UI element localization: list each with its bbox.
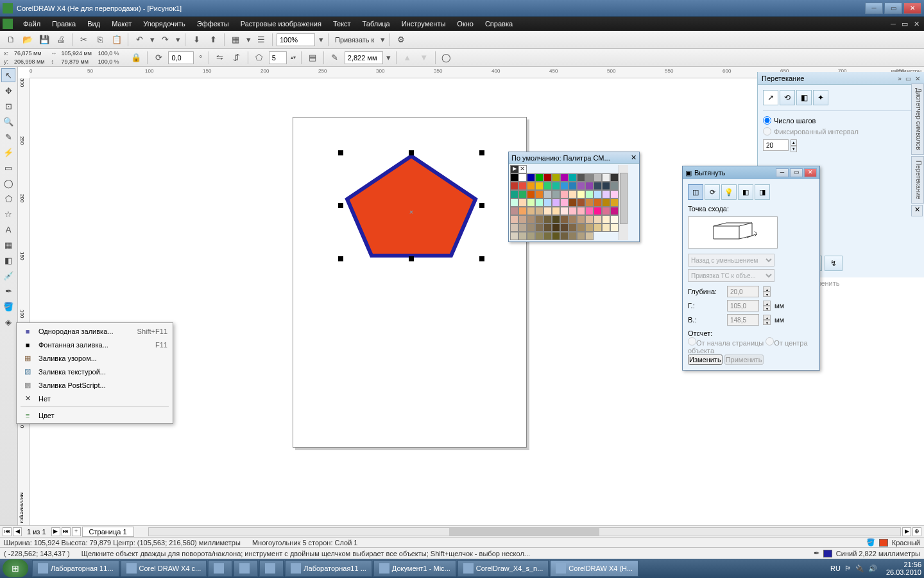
options-button[interactable]: ⚙ [394, 33, 408, 47]
copy-button[interactable]: ⎘ [93, 33, 107, 47]
taskbar-item[interactable]: CorelDraw_X4_s_n... [458, 560, 549, 577]
menu-text[interactable]: Текст [328, 19, 356, 29]
menu-edit[interactable]: Правка [47, 19, 81, 29]
handle-sw[interactable] [338, 256, 343, 261]
smart-tool[interactable]: ⚡ [1, 145, 15, 159]
mdi-close-icon[interactable]: ✕ [911, 20, 921, 28]
color-swatch[interactable] [602, 173, 610, 182]
x-value[interactable]: 76,875 мм [14, 50, 41, 57]
color-swatch[interactable] [535, 207, 543, 215]
color-swatch[interactable] [569, 198, 577, 207]
color-swatch[interactable] [543, 223, 552, 232]
color-swatch[interactable] [577, 173, 585, 182]
color-swatch[interactable] [602, 198, 610, 207]
color-swatch[interactable] [569, 223, 577, 232]
minimize-button[interactable]: ─ [865, 3, 883, 14]
color-swatch[interactable] [543, 207, 552, 215]
palette-nav-icon[interactable]: ▶ [510, 165, 518, 173]
first-page-button[interactable]: ⏮ [3, 527, 12, 536]
cut-button[interactable]: ✂ [76, 33, 90, 47]
color-swatch[interactable] [510, 207, 518, 215]
color-swatch[interactable] [518, 173, 527, 182]
color-swatch[interactable] [527, 207, 535, 215]
scale-y-value[interactable]: 100,0 [98, 58, 113, 65]
color-swatch[interactable] [594, 207, 602, 215]
color-swatch[interactable] [577, 198, 585, 207]
color-swatch[interactable] [543, 198, 552, 207]
wrap-button[interactable]: ▤ [305, 51, 320, 65]
redo-button[interactable]: ↷ [158, 33, 172, 47]
rotation-input[interactable] [168, 51, 194, 64]
color-swatch[interactable] [585, 190, 594, 198]
undo-button[interactable]: ↶ [132, 33, 146, 47]
color-swatch[interactable] [535, 173, 543, 182]
maximize-button[interactable]: ▭ [884, 3, 902, 14]
color-swatch[interactable] [527, 190, 535, 198]
color-swatch[interactable] [577, 215, 585, 223]
color-swatch[interactable] [518, 198, 527, 207]
table-tool[interactable]: ▦ [1, 238, 15, 252]
blend-tab-color[interactable]: ◧ [796, 90, 812, 105]
handle-w[interactable] [338, 203, 343, 208]
polygon-tool[interactable]: ⬠ [1, 191, 15, 206]
print-button[interactable]: 🖨 [54, 33, 68, 47]
color-swatch[interactable] [518, 215, 527, 223]
color-swatch[interactable] [527, 215, 535, 223]
color-swatch[interactable] [594, 190, 602, 198]
color-swatch[interactable] [594, 223, 602, 232]
taskbar-item[interactable] [208, 560, 232, 577]
color-swatch[interactable] [577, 190, 585, 198]
blend-tab-misc[interactable]: ✦ [813, 90, 828, 105]
toback-button[interactable]: ▼ [417, 51, 431, 65]
color-swatch[interactable] [577, 232, 585, 240]
menu-bitmaps[interactable]: Растровые изображения [235, 19, 327, 29]
ellipse-tool[interactable]: ◯ [1, 176, 15, 190]
mdi-minimize-icon[interactable]: ─ [888, 20, 898, 28]
color-swatch[interactable] [552, 215, 560, 223]
extrude-min-button[interactable]: ─ [776, 168, 789, 177]
color-swatch[interactable] [535, 232, 543, 240]
color-swatch[interactable] [602, 182, 610, 190]
taskbar-item[interactable] [234, 560, 258, 577]
color-swatch[interactable] [543, 190, 552, 198]
menu-view[interactable]: Вид [82, 19, 105, 29]
system-tray[interactable]: RU 🏳 🔌 🔊 21:56 26.03.2010 [830, 561, 921, 576]
color-swatch[interactable] [560, 215, 569, 223]
blend-opt-steps[interactable]: Число шагов [763, 116, 919, 125]
color-swatch[interactable] [577, 207, 585, 215]
color-swatch[interactable] [510, 215, 518, 223]
zoom-input[interactable] [277, 33, 315, 46]
vtab-symbol-manager[interactable]: Диспетчер символов [911, 83, 924, 155]
shapes-tool[interactable]: ☆ [1, 207, 15, 221]
color-swatch[interactable] [510, 190, 518, 198]
save-button[interactable]: 💾 [37, 33, 51, 47]
color-swatch[interactable] [602, 215, 610, 223]
extrude-type-select[interactable]: Назад с уменьшением [688, 254, 774, 267]
color-swatch[interactable] [610, 182, 619, 190]
color-swatch[interactable] [527, 173, 535, 182]
outline-tool[interactable]: ✒ [1, 284, 15, 298]
color-swatch[interactable] [569, 173, 577, 182]
outline-pen-icon[interactable]: ✒ [814, 549, 819, 557]
color-swatch[interactable] [552, 232, 560, 240]
tofront-button[interactable]: ▲ [400, 51, 415, 65]
color-swatch[interactable] [560, 182, 569, 190]
sides-input[interactable] [269, 51, 287, 64]
close-button[interactable]: ✕ [903, 3, 921, 14]
color-swatch[interactable] [602, 223, 610, 232]
zoom-tool[interactable]: 🔍 [1, 114, 15, 128]
color-swatch[interactable] [510, 182, 518, 190]
last-page-button[interactable]: ⏭ [62, 527, 71, 536]
color-swatch[interactable] [527, 232, 535, 240]
color-swatch[interactable] [543, 173, 552, 182]
outline-dropdown-icon[interactable]: ▾ [386, 51, 392, 65]
depth-input[interactable] [727, 286, 759, 297]
color-swatch[interactable] [560, 207, 569, 215]
taskbar-item[interactable]: Лабораторная 11... [32, 560, 119, 577]
nav-button[interactable]: ⊕ [912, 527, 921, 536]
extrude-close-button[interactable]: ✕ [804, 168, 817, 177]
welcome-button[interactable]: ☰ [254, 33, 268, 47]
paste-button[interactable]: 📋 [110, 33, 124, 47]
import-button[interactable]: ⬇ [189, 33, 203, 47]
undo-dropdown-icon[interactable]: ▾ [149, 33, 155, 47]
